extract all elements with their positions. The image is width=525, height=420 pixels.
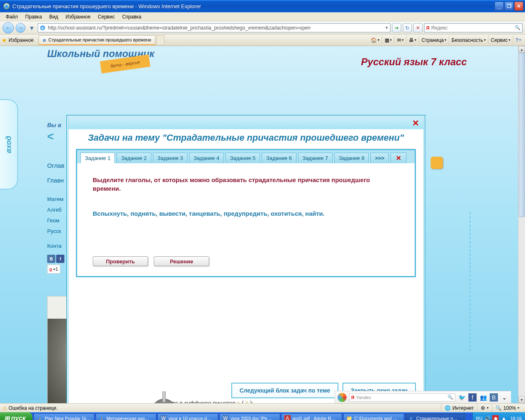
menu-service[interactable]: Сервис (95, 13, 118, 21)
search-button[interactable]: 🔍 (513, 25, 522, 30)
menu-view[interactable]: Вид (46, 13, 62, 21)
solution-button[interactable]: Решение (154, 256, 209, 266)
page-menu[interactable]: Страница ▾ (419, 36, 449, 45)
taskbar-app-1[interactable]: ♪Play New Popular Gi… (34, 413, 94, 420)
modal-close-button[interactable]: ✕ (412, 118, 419, 128)
yandex-icon: Я (425, 25, 431, 30)
window-minimize-button[interactable]: _ (495, 2, 504, 11)
new-tab-button[interactable] (156, 35, 164, 45)
status-zoom[interactable]: 🔍 100% ▾ (492, 404, 523, 412)
nav-back-button[interactable]: ← (2, 22, 14, 34)
yandex-y-icon: Я (351, 395, 354, 400)
window-close-button[interactable]: ✕ (514, 2, 523, 11)
task-tab-5[interactable]: Задание 5 (226, 153, 260, 163)
twitter-icon[interactable]: 🐦 (458, 393, 466, 402)
modal-heading: Задачи на тему "Страдательные причастия … (68, 129, 423, 149)
scroll-down-button[interactable]: ▼ (518, 396, 525, 403)
fb-icon[interactable]: f (56, 255, 64, 263)
home-button[interactable]: 🏠 ▾ (368, 36, 382, 45)
taskbar: ⊞ пуск ♪Play New Popular Gi… ♪Методическ… (0, 412, 525, 420)
taskbar-app-3[interactable]: Wурок в 10 классе.d… (158, 413, 218, 420)
taskbar-app-2[interactable]: ♪Методическая раз… (96, 413, 156, 420)
task-tab-2[interactable]: Задание 2 (116, 153, 151, 163)
search-input[interactable] (431, 25, 513, 31)
menu-file[interactable]: Файл (2, 13, 21, 21)
tasks-modal: ✕ Задачи на тему "Страдательные причасти… (66, 115, 425, 403)
address-dropdown[interactable]: ▾ (383, 25, 390, 30)
status-zone[interactable]: 🌐 Интернет (441, 404, 477, 412)
toolbar-more-icon[interactable]: ⌄ (500, 393, 509, 402)
task-tab-4[interactable]: Задание 4 (189, 153, 224, 163)
column-divider (470, 212, 470, 352)
address-input[interactable] (47, 25, 383, 31)
check-button[interactable]: Проверить (93, 256, 148, 266)
ok-icon[interactable]: 👥 (479, 393, 487, 402)
task-tab-1[interactable]: Задание 1 (80, 153, 115, 163)
login-tab[interactable]: вход (0, 99, 18, 189)
next-tasks-button[interactable]: Следующий блок задач по теме (231, 383, 338, 398)
yandex-toolbar: Я Yandex 🔍 🐦 f 👥 B ⌄ (335, 391, 511, 403)
task-tab-8[interactable]: Задание 8 (334, 153, 369, 163)
warning-icon: ⚠ (2, 405, 7, 411)
browser-tab-active[interactable]: e Страдательные причастия прошедшего вре… (39, 35, 156, 45)
vertical-scrollbar[interactable]: ▲ ▼ (518, 46, 525, 403)
task-tab-6[interactable]: Задание 6 (262, 153, 296, 163)
yandex-search-icon[interactable]: 🔍 (447, 395, 453, 400)
yandex-logo-icon[interactable] (338, 393, 347, 402)
start-button[interactable]: ⊞ пуск (0, 412, 32, 420)
modal-titlebar: ✕ (68, 117, 423, 129)
task-tabs-next[interactable]: >>> (370, 153, 389, 163)
subject-title: Русский язык 7 класс (361, 56, 467, 68)
tab-page-icon: e (43, 37, 46, 43)
chat-widget[interactable] (431, 157, 443, 169)
favorites-label[interactable]: Избранное (9, 37, 34, 43)
status-bar: ⚠ Ошибка на странице. 🌐 Интернет ⚙▾ 🔍 10… (0, 403, 525, 412)
tray-clock[interactable]: 16:16 (510, 416, 522, 420)
taskbar-app-4[interactable]: Wурок 2003.doc [Ре… (219, 413, 280, 420)
print-button[interactable]: 🖶 ▾ (406, 36, 419, 45)
address-bar[interactable]: e ▾ (38, 23, 390, 32)
tray-volume-icon[interactable]: 🔊 (484, 415, 491, 420)
security-menu[interactable]: Безопасность ▾ (449, 36, 488, 45)
google-plus-one[interactable]: g+1 (47, 265, 60, 274)
tab-title: Страдательные причастия прошедшего време… (48, 37, 151, 42)
globe-icon: 🌐 (445, 405, 451, 411)
window-maximize-button[interactable]: ❐ (504, 2, 514, 11)
menu-help[interactable]: Справка (119, 13, 145, 21)
tray-shield-icon[interactable]: ◆ (492, 415, 499, 420)
menu-favorites[interactable]: Избранное (62, 13, 94, 21)
search-box[interactable]: Я 🔍 (424, 23, 523, 32)
task-tab-3[interactable]: Задание 3 (153, 153, 187, 163)
facebook-icon[interactable]: f (468, 393, 477, 402)
help-button[interactable]: ? ▾ (513, 36, 523, 45)
yandex-search-box[interactable]: Я Yandex 🔍 (349, 393, 455, 402)
nav-forward-button[interactable]: → (16, 23, 25, 33)
vk-icon[interactable]: B (47, 255, 55, 263)
nav-stop-button[interactable]: ✕ (413, 23, 422, 32)
taskbar-app-5[interactable]: Aand1.pdf - Adobe R… (281, 413, 342, 420)
scroll-thumb[interactable] (519, 53, 525, 217)
scroll-up-button[interactable]: ▲ (518, 46, 525, 53)
system-tray: RU 🔊 ◆ ▲ 16:16 (472, 412, 525, 420)
feeds-button[interactable]: ▦ ▾ (382, 36, 394, 45)
taskbar-app-7[interactable]: eСтрадательные п… (405, 413, 466, 420)
nav-go-button[interactable]: ➜ (392, 23, 401, 32)
status-protected-mode[interactable]: ⚙▾ (477, 404, 492, 412)
favorites-star-icon[interactable]: ★ (2, 37, 7, 43)
vk-bar-icon[interactable]: B (490, 393, 498, 402)
service-menu[interactable]: Сервис ▾ (488, 36, 513, 45)
nav-history-dropdown[interactable]: ▾ (27, 23, 36, 32)
task-tabs: Задание 1 Задание 2 Задание 3 Задание 4 … (77, 150, 415, 163)
shield-icon: ⚙ (481, 405, 485, 411)
menu-edit[interactable]: Правка (22, 13, 46, 21)
task-words[interactable]: Вспыхнуть, поднять, вывести, танцевать, … (93, 210, 399, 217)
tray-flag-icon[interactable]: ▲ (500, 415, 507, 420)
task-tabs-close[interactable]: ✕ (390, 153, 406, 163)
tray-lang[interactable]: RU (476, 416, 483, 420)
page-bottom-text: то в суффиксе пишется е ( ё ): осушить —… (172, 400, 254, 403)
taskbar-app-6[interactable]: 📁C:\Documents and … (343, 413, 404, 420)
task-tab-7[interactable]: Задание 7 (298, 153, 333, 163)
nav-refresh-button[interactable]: ↻ (403, 23, 412, 32)
mail-button[interactable]: ✉ ▾ (394, 36, 406, 45)
task-panel: Задание 1 Задание 2 Задание 3 Задание 4 … (76, 149, 416, 277)
